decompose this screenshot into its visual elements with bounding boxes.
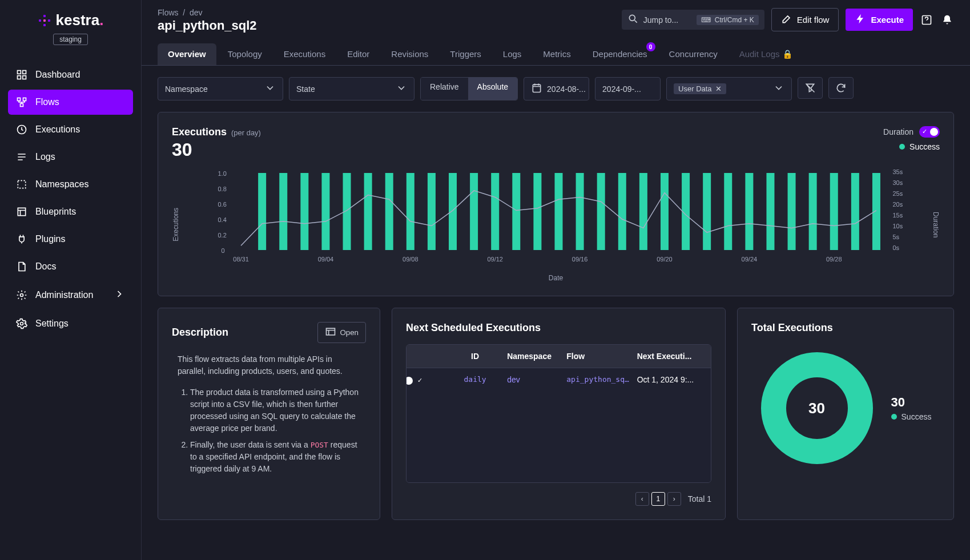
tab-metrics[interactable]: Metrics (533, 43, 581, 65)
sidebar-item-executions[interactable]: Executions (8, 117, 133, 142)
svg-rect-37 (321, 173, 329, 250)
notifications-button[interactable] (940, 13, 954, 27)
next-page-button[interactable]: › (667, 492, 681, 506)
sidebar-item-namespaces[interactable]: Namespaces (8, 172, 133, 197)
sidebar-item-logs[interactable]: Logs (8, 144, 133, 170)
close-icon[interactable]: ✕ (715, 84, 722, 93)
tab-dependencies[interactable]: Dependencies 0 (582, 43, 658, 65)
tab-overview[interactable]: Overview (158, 43, 216, 65)
jump-placeholder: Jump to... (643, 15, 678, 25)
tab-topology[interactable]: Topology (218, 43, 272, 65)
svg-rect-41 (406, 173, 414, 250)
svg-rect-7 (18, 76, 21, 79)
svg-text:0: 0 (222, 247, 225, 254)
logs-icon (16, 151, 27, 163)
svg-text:20s: 20s (893, 201, 903, 208)
tab-concurrency[interactable]: Concurrency (659, 43, 728, 65)
page-1-button[interactable]: 1 (651, 492, 665, 506)
sidebar-item-blueprints[interactable]: Blueprints (8, 199, 133, 224)
svg-text:0.2: 0.2 (218, 232, 227, 239)
tag-chip: User Data ✕ (674, 83, 726, 94)
tab-executions[interactable]: Executions (273, 43, 336, 65)
prev-page-button[interactable]: ‹ (635, 492, 649, 506)
svg-rect-59 (788, 173, 796, 250)
svg-rect-57 (745, 173, 753, 250)
state-filter[interactable]: State (289, 77, 414, 100)
jump-to-search[interactable]: Jump to... ⌨ Ctrl/Cmd + K (622, 10, 764, 30)
svg-text:0.8: 0.8 (218, 186, 227, 192)
svg-rect-8 (23, 76, 26, 79)
duration-toggle[interactable]: ✓ (919, 126, 940, 138)
edit-flow-button[interactable]: Edit flow (771, 8, 839, 31)
logo-area: kestra. staging (8, 11, 133, 45)
relative-option[interactable]: Relative (421, 78, 468, 100)
breadcrumb-namespace[interactable]: dev (190, 8, 203, 17)
tab-triggers[interactable]: Triggers (440, 43, 491, 65)
date-to-input[interactable]: 2024-09-... (595, 77, 661, 100)
legend-success: Success (899, 142, 940, 151)
sidebar-item-flows[interactable]: Flows (8, 90, 133, 115)
sidebar-item-dashboard[interactable]: Dashboard (8, 62, 133, 87)
tab-editor[interactable]: Editor (337, 43, 380, 65)
donut-center-value: 30 (808, 400, 825, 417)
desc-item-1: The product data is transformed using a … (190, 386, 360, 434)
cell-namespace[interactable]: dev (507, 375, 562, 384)
namespace-filter[interactable]: Namespace (158, 77, 283, 100)
namespaces-icon (16, 179, 27, 190)
absolute-option[interactable]: Absolute (468, 78, 517, 100)
sidebar-item-settings[interactable]: Settings (8, 311, 133, 336)
tab-revisions[interactable]: Revisions (381, 43, 438, 65)
svg-rect-11 (21, 104, 23, 107)
svg-rect-34 (258, 173, 266, 250)
svg-rect-6 (23, 71, 26, 74)
sched-title: Next Scheduled Executions (406, 322, 711, 334)
date-from-input[interactable]: 2024-08-... (524, 77, 589, 100)
dependencies-badge: 0 (646, 42, 655, 51)
tag-filter[interactable]: User Data ✕ (666, 77, 792, 100)
breadcrumb: Flows / dev (158, 8, 257, 17)
kestra-logo-icon (38, 14, 51, 27)
tag-label: User Data (678, 84, 712, 93)
refresh-button[interactable] (828, 77, 854, 99)
svg-point-16 (21, 323, 23, 325)
svg-rect-4 (43, 19, 46, 22)
sidebar-item-administration[interactable]: Administration (8, 281, 133, 309)
open-description-button[interactable]: Open (317, 322, 366, 343)
svg-text:09/08: 09/08 (403, 256, 418, 263)
breadcrumb-flows[interactable]: Flows (158, 8, 179, 17)
clear-filters-button[interactable] (798, 77, 823, 99)
svg-text:30s: 30s (893, 179, 903, 186)
svg-text:0s: 0s (893, 244, 900, 251)
svg-text:35s: 35s (893, 168, 903, 175)
chart-count: 30 (172, 139, 261, 160)
help-button[interactable] (920, 13, 933, 27)
sidebar-item-label: Docs (35, 261, 56, 272)
svg-text:09/20: 09/20 (657, 256, 673, 263)
execute-button[interactable]: Execute (846, 9, 913, 31)
total-title: Total Executions (751, 322, 940, 334)
table-row[interactable]: ✓ daily dev api_python_sq... Oct 1, 2024… (406, 368, 711, 482)
chart-subtitle: (per day) (231, 128, 261, 137)
env-badge: staging (53, 34, 88, 45)
chart-title: Executions (172, 126, 227, 138)
sidebar-item-plugins[interactable]: Plugins (8, 227, 133, 252)
calendar-icon (531, 82, 542, 95)
svg-rect-63 (872, 173, 880, 250)
filter-label: State (296, 84, 315, 94)
sidebar-item-docs[interactable]: Docs (8, 254, 133, 279)
dashboard-icon (16, 69, 27, 80)
cell-id[interactable]: daily (448, 375, 502, 384)
sidebar: kestra. staging Dashboard Flows Executio… (0, 0, 142, 560)
date-to-value: 2024-09-... (602, 84, 641, 94)
svg-rect-35 (279, 173, 287, 250)
tab-logs[interactable]: Logs (493, 43, 532, 65)
blueprints-icon (16, 206, 27, 217)
cell-flow[interactable]: api_python_sq... (566, 375, 632, 384)
code-post: POST (311, 441, 328, 449)
svg-text:09/16: 09/16 (572, 256, 588, 263)
desc-item-2: Finally, the user data is sent via a POS… (190, 439, 360, 475)
svg-rect-61 (830, 173, 838, 250)
keyboard-icon: ⌨ (701, 16, 711, 24)
svg-rect-52 (639, 173, 647, 250)
kbd-text: Ctrl/Cmd + K (715, 16, 754, 24)
